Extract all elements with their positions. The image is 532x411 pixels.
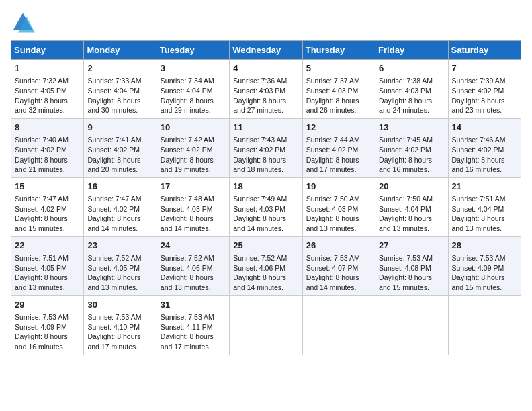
calendar-cell: 4 Sunrise: 7:36 AM Sunset: 4:03 PM Dayli…: [230, 60, 302, 119]
cell-content: Sunrise: 7:53 AM Sunset: 4:07 PM Dayligh…: [306, 253, 371, 293]
calendar-cell: [448, 295, 521, 355]
cell-content: Sunrise: 7:43 AM Sunset: 4:02 PM Dayligh…: [233, 135, 298, 175]
day-number: 27: [379, 240, 444, 252]
logo-icon: [11, 11, 35, 35]
day-number: 19: [306, 181, 371, 193]
column-header-monday: Monday: [84, 41, 157, 60]
cell-content: Sunrise: 7:39 AM Sunset: 4:02 PM Dayligh…: [452, 76, 517, 116]
cell-content: Sunrise: 7:49 AM Sunset: 4:03 PM Dayligh…: [233, 194, 298, 234]
calendar-cell: 5 Sunrise: 7:37 AM Sunset: 4:03 PM Dayli…: [302, 60, 375, 119]
calendar-cell: 20 Sunrise: 7:50 AM Sunset: 4:04 PM Dayl…: [375, 177, 448, 236]
calendar-cell: 15 Sunrise: 7:47 AM Sunset: 4:02 PM Dayl…: [11, 177, 84, 236]
cell-content: Sunrise: 7:44 AM Sunset: 4:02 PM Dayligh…: [306, 135, 371, 175]
day-number: 7: [452, 62, 517, 75]
day-number: 29: [15, 299, 80, 311]
cell-content: Sunrise: 7:52 AM Sunset: 4:06 PM Dayligh…: [233, 253, 298, 293]
day-number: 22: [15, 240, 80, 252]
day-number: 17: [161, 181, 226, 193]
cell-content: Sunrise: 7:34 AM Sunset: 4:04 PM Dayligh…: [161, 76, 226, 116]
calendar-cell: 16 Sunrise: 7:47 AM Sunset: 4:02 PM Dayl…: [84, 177, 157, 236]
cell-content: Sunrise: 7:40 AM Sunset: 4:02 PM Dayligh…: [15, 135, 80, 175]
calendar-cell: 24 Sunrise: 7:52 AM Sunset: 4:06 PM Dayl…: [157, 236, 229, 295]
calendar-cell: [230, 295, 302, 355]
day-number: 15: [15, 181, 80, 193]
week-row-4: 22 Sunrise: 7:51 AM Sunset: 4:05 PM Dayl…: [11, 236, 521, 295]
calendar-cell: 17 Sunrise: 7:48 AM Sunset: 4:03 PM Dayl…: [157, 177, 229, 236]
cell-content: Sunrise: 7:48 AM Sunset: 4:03 PM Dayligh…: [161, 194, 226, 234]
week-row-5: 29 Sunrise: 7:53 AM Sunset: 4:09 PM Dayl…: [11, 295, 521, 355]
calendar-cell: 1 Sunrise: 7:32 AM Sunset: 4:05 PM Dayli…: [11, 60, 84, 119]
calendar-cell: 8 Sunrise: 7:40 AM Sunset: 4:02 PM Dayli…: [11, 118, 84, 177]
calendar-cell: 18 Sunrise: 7:49 AM Sunset: 4:03 PM Dayl…: [230, 177, 302, 236]
day-number: 26: [306, 240, 371, 252]
day-number: 31: [161, 299, 226, 311]
cell-content: Sunrise: 7:36 AM Sunset: 4:03 PM Dayligh…: [233, 76, 298, 116]
calendar-cell: 26 Sunrise: 7:53 AM Sunset: 4:07 PM Dayl…: [302, 236, 375, 295]
day-number: 30: [87, 299, 152, 311]
calendar-cell: 22 Sunrise: 7:51 AM Sunset: 4:05 PM Dayl…: [11, 236, 84, 295]
calendar-cell: 6 Sunrise: 7:38 AM Sunset: 4:03 PM Dayli…: [375, 60, 448, 119]
page-header: [11, 11, 521, 35]
cell-content: Sunrise: 7:53 AM Sunset: 4:08 PM Dayligh…: [379, 253, 444, 293]
calendar-cell: 23 Sunrise: 7:52 AM Sunset: 4:05 PM Dayl…: [84, 236, 157, 295]
calendar-cell: [375, 295, 448, 355]
cell-content: Sunrise: 7:52 AM Sunset: 4:06 PM Dayligh…: [161, 253, 226, 293]
calendar-cell: 13 Sunrise: 7:45 AM Sunset: 4:02 PM Dayl…: [375, 118, 448, 177]
day-number: 25: [233, 240, 298, 252]
calendar-cell: 14 Sunrise: 7:46 AM Sunset: 4:02 PM Dayl…: [448, 118, 521, 177]
day-number: 18: [233, 181, 298, 193]
cell-content: Sunrise: 7:32 AM Sunset: 4:05 PM Dayligh…: [15, 76, 80, 116]
cell-content: Sunrise: 7:37 AM Sunset: 4:03 PM Dayligh…: [306, 76, 371, 116]
cell-content: Sunrise: 7:53 AM Sunset: 4:10 PM Dayligh…: [87, 312, 152, 352]
day-number: 13: [379, 122, 444, 134]
cell-content: Sunrise: 7:33 AM Sunset: 4:04 PM Dayligh…: [87, 76, 152, 116]
calendar-cell: 2 Sunrise: 7:33 AM Sunset: 4:04 PM Dayli…: [84, 60, 157, 119]
column-header-sunday: Sunday: [11, 41, 84, 60]
day-number: 12: [306, 122, 371, 134]
calendar-cell: 10 Sunrise: 7:42 AM Sunset: 4:02 PM Dayl…: [157, 118, 229, 177]
cell-content: Sunrise: 7:47 AM Sunset: 4:02 PM Dayligh…: [87, 194, 152, 234]
day-number: 5: [306, 62, 371, 75]
cell-content: Sunrise: 7:53 AM Sunset: 4:11 PM Dayligh…: [161, 312, 226, 352]
week-row-1: 1 Sunrise: 7:32 AM Sunset: 4:05 PM Dayli…: [11, 60, 521, 119]
cell-content: Sunrise: 7:53 AM Sunset: 4:09 PM Dayligh…: [15, 312, 80, 352]
day-number: 21: [452, 181, 517, 193]
day-number: 20: [379, 181, 444, 193]
column-header-tuesday: Tuesday: [157, 41, 229, 60]
day-number: 2: [87, 62, 152, 75]
day-number: 6: [379, 62, 444, 75]
calendar-cell: 30 Sunrise: 7:53 AM Sunset: 4:10 PM Dayl…: [84, 295, 157, 355]
cell-content: Sunrise: 7:45 AM Sunset: 4:02 PM Dayligh…: [379, 135, 444, 175]
day-number: 3: [161, 62, 226, 75]
column-header-saturday: Saturday: [448, 41, 521, 60]
calendar-cell: [302, 295, 375, 355]
day-number: 28: [452, 240, 517, 252]
calendar-cell: 9 Sunrise: 7:41 AM Sunset: 4:02 PM Dayli…: [84, 118, 157, 177]
day-number: 9: [87, 122, 152, 134]
calendar-cell: 19 Sunrise: 7:50 AM Sunset: 4:03 PM Dayl…: [302, 177, 375, 236]
calendar-cell: 25 Sunrise: 7:52 AM Sunset: 4:06 PM Dayl…: [230, 236, 302, 295]
cell-content: Sunrise: 7:53 AM Sunset: 4:09 PM Dayligh…: [452, 253, 517, 293]
cell-content: Sunrise: 7:52 AM Sunset: 4:05 PM Dayligh…: [87, 253, 152, 293]
column-header-friday: Friday: [375, 41, 448, 60]
column-header-wednesday: Wednesday: [230, 41, 302, 60]
header-row: SundayMondayTuesdayWednesdayThursdayFrid…: [11, 41, 521, 60]
week-row-3: 15 Sunrise: 7:47 AM Sunset: 4:02 PM Dayl…: [11, 177, 521, 236]
calendar-cell: 12 Sunrise: 7:44 AM Sunset: 4:02 PM Dayl…: [302, 118, 375, 177]
week-row-2: 8 Sunrise: 7:40 AM Sunset: 4:02 PM Dayli…: [11, 118, 521, 177]
column-header-thursday: Thursday: [302, 41, 375, 60]
cell-content: Sunrise: 7:47 AM Sunset: 4:02 PM Dayligh…: [15, 194, 80, 234]
calendar-cell: 21 Sunrise: 7:51 AM Sunset: 4:04 PM Dayl…: [448, 177, 521, 236]
day-number: 4: [233, 62, 298, 75]
day-number: 10: [161, 122, 226, 134]
day-number: 23: [87, 240, 152, 252]
calendar-cell: 28 Sunrise: 7:53 AM Sunset: 4:09 PM Dayl…: [448, 236, 521, 295]
day-number: 1: [15, 62, 80, 75]
day-number: 8: [15, 122, 80, 134]
calendar-cell: 27 Sunrise: 7:53 AM Sunset: 4:08 PM Dayl…: [375, 236, 448, 295]
cell-content: Sunrise: 7:38 AM Sunset: 4:03 PM Dayligh…: [379, 76, 444, 116]
calendar-cell: 31 Sunrise: 7:53 AM Sunset: 4:11 PM Dayl…: [157, 295, 229, 355]
cell-content: Sunrise: 7:51 AM Sunset: 4:04 PM Dayligh…: [452, 194, 517, 234]
cell-content: Sunrise: 7:42 AM Sunset: 4:02 PM Dayligh…: [161, 135, 226, 175]
day-number: 16: [87, 181, 152, 193]
